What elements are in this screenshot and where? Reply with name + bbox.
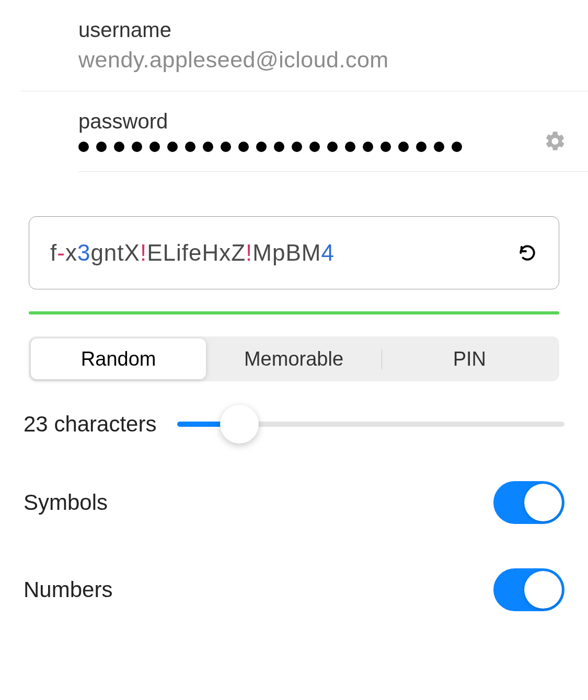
symbols-toggle-knob	[524, 484, 562, 521]
refresh-icon[interactable]	[517, 242, 538, 263]
username-row[interactable]: username wendy.appleseed@icloud.com	[21, 0, 588, 91]
password-row[interactable]: password	[78, 91, 588, 172]
numbers-toggle[interactable]	[493, 568, 564, 611]
numbers-toggle-knob	[524, 571, 562, 609]
symbols-toggle[interactable]	[493, 481, 564, 524]
password-masked-value	[78, 138, 588, 153]
gear-icon[interactable]	[543, 129, 567, 153]
username-value: wendy.appleseed@icloud.com	[78, 47, 588, 73]
password-strength-bar	[29, 311, 559, 314]
symbols-row: Symbols	[24, 481, 564, 524]
generated-password-box: f-x3gntX!ELifeHxZ!MpBM4	[29, 216, 559, 289]
length-row: 23 characters	[24, 412, 564, 437]
segment-random[interactable]: Random	[31, 339, 206, 379]
segment-pin[interactable]: PIN	[382, 339, 557, 379]
segment-memorable[interactable]: Memorable	[206, 339, 381, 379]
username-label: username	[78, 18, 588, 42]
generated-password-text: f-x3gntX!ELifeHxZ!MpBM4	[50, 240, 335, 266]
numbers-row: Numbers	[24, 568, 564, 611]
length-label: 23 characters	[24, 412, 156, 437]
password-type-segment: Random Memorable PIN	[29, 336, 559, 381]
password-label: password	[78, 110, 588, 133]
length-slider-thumb[interactable]	[220, 405, 259, 444]
length-slider[interactable]	[177, 422, 564, 427]
symbols-label: Symbols	[24, 490, 108, 515]
numbers-label: Numbers	[24, 577, 112, 602]
